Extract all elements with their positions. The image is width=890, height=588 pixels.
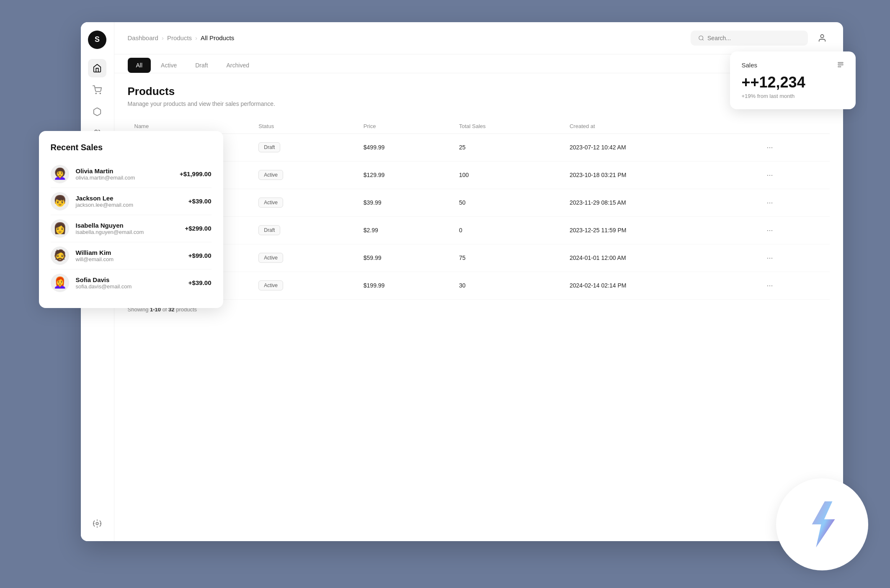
more-options-button[interactable]: ··· <box>763 280 776 292</box>
sale-name: Sofia Davis <box>76 276 182 283</box>
breadcrumb-sep-2: › <box>195 34 197 41</box>
sale-avatar: 👩‍🦱 <box>51 165 69 183</box>
breadcrumb-dashboard[interactable]: Dashboard <box>128 34 158 41</box>
sale-item: 🧔 William Kim will@email.com +$99.00 <box>51 242 212 270</box>
sale-name: Olivia Martin <box>76 167 173 175</box>
sale-email: will@email.com <box>76 256 182 262</box>
recent-sales-title: Recent Sales <box>51 143 212 152</box>
cell-created: 2024-02-14 02:14 PM <box>563 272 756 299</box>
search-input[interactable] <box>707 35 800 41</box>
tab-all[interactable]: All <box>128 58 151 73</box>
sales-change: +19% from last month <box>742 93 844 99</box>
recent-sales-list: 👩‍🦱 Olivia Martin olivia.martin@email.co… <box>51 161 212 296</box>
more-options-button[interactable]: ··· <box>763 252 776 264</box>
svg-point-1 <box>100 93 101 94</box>
page-subtitle: Manage your products and view their sale… <box>128 100 830 107</box>
sale-amount: +$39.00 <box>188 198 212 205</box>
table-row: Controller Active $59.99 75 2024-01-01 1… <box>128 244 830 272</box>
cell-sales: 30 <box>452 272 563 299</box>
cell-created: 2023-12-25 11:59 PM <box>563 216 756 244</box>
cell-status: Draft <box>252 216 356 244</box>
sale-item: 👩 Isabella Nguyen isabella.nguyen@email.… <box>51 215 212 242</box>
sale-email: isabella.nguyen@email.com <box>76 229 178 235</box>
sale-info: Jackson Lee jackson.lee@email.com <box>76 195 182 208</box>
sale-avatar: 👩 <box>51 219 69 238</box>
cell-status: Active <box>252 161 356 189</box>
more-options-button[interactable]: ··· <box>763 224 776 236</box>
cell-created: 2023-07-12 10:42 AM <box>563 134 756 161</box>
breadcrumb: Dashboard › Products › All Products <box>128 34 235 41</box>
sale-info: Olivia Martin olivia.martin@email.com <box>76 167 173 181</box>
breadcrumb-products[interactable]: Products <box>167 34 192 41</box>
tab-archived[interactable]: Archived <box>218 58 258 73</box>
sale-info: Isabella Nguyen isabella.nguyen@email.co… <box>76 222 178 235</box>
sale-amount: +$39.00 <box>188 279 212 286</box>
table-row: Premium Active $199.99 30 2024-02-14 02:… <box>128 272 830 299</box>
cell-price: $39.99 <box>357 189 452 216</box>
cell-more: ··· <box>756 189 829 216</box>
cell-price: $59.99 <box>357 244 452 272</box>
tab-active[interactable]: Active <box>152 58 185 73</box>
breadcrumb-current: All Products <box>201 34 234 41</box>
table-row: Book Draft $2.99 0 2023-12-25 11:59 PM ·… <box>128 216 830 244</box>
cell-more: ··· <box>756 272 829 299</box>
sale-avatar: 👦 <box>51 192 69 211</box>
tab-draft[interactable]: Draft <box>187 58 216 73</box>
sale-email: sofia.davis@email.com <box>76 283 182 290</box>
svg-point-3 <box>96 522 98 525</box>
app-logo[interactable]: S <box>88 31 106 49</box>
sale-email: jackson.lee@email.com <box>76 202 182 208</box>
sales-card-title: Sales <box>742 62 758 69</box>
table-row: Accessories Active $129.99 100 2023-10-1… <box>128 161 830 189</box>
col-sales: Total Sales <box>452 119 563 134</box>
sale-info: William Kim will@email.com <box>76 249 182 262</box>
user-avatar-icon[interactable] <box>815 31 830 46</box>
cell-created: 2024-01-01 12:00 AM <box>563 244 756 272</box>
sidebar-item-home[interactable] <box>88 59 106 77</box>
svg-line-5 <box>702 39 704 40</box>
cell-price: $499.99 <box>357 134 452 161</box>
search-icon <box>698 35 704 41</box>
sale-amount: +$99.00 <box>188 252 212 259</box>
cell-created: 2023-11-29 08:15 AM <box>563 189 756 216</box>
col-price: Price <box>357 119 452 134</box>
breadcrumb-sep-1: › <box>162 34 164 41</box>
sale-email: olivia.martin@email.com <box>76 175 173 181</box>
svg-rect-10 <box>838 66 841 67</box>
table-footer: Showing 1-10 of 32 products <box>128 300 830 319</box>
col-status: Status <box>252 119 356 134</box>
sale-name: Isabella Nguyen <box>76 222 178 229</box>
sidebar-item-settings[interactable] <box>88 514 106 533</box>
cell-sales: 25 <box>452 134 563 161</box>
sidebar-item-cart[interactable] <box>88 81 106 99</box>
sale-item: 👩‍🦰 Sofia Davis sofia.davis@email.com +$… <box>51 270 212 296</box>
search-bar[interactable] <box>691 31 808 46</box>
cell-sales: 0 <box>452 216 563 244</box>
sidebar-item-products[interactable] <box>88 103 106 121</box>
sale-amount: +$1,999.00 <box>180 170 212 177</box>
svg-rect-9 <box>838 64 843 65</box>
cell-more: ··· <box>756 216 829 244</box>
cell-more: ··· <box>756 134 829 161</box>
svg-point-6 <box>820 34 823 37</box>
col-actions <box>756 119 829 134</box>
lightning-bolt-icon <box>805 501 839 547</box>
lightning-circle <box>776 478 868 570</box>
more-options-button[interactable]: ··· <box>763 169 776 181</box>
products-table: Name Status Price Total Sales Created at… <box>128 119 830 300</box>
cell-status: Active <box>252 272 356 299</box>
svg-point-4 <box>699 36 703 40</box>
page-content: Products Manage your products and view t… <box>114 73 843 541</box>
cell-price: $199.99 <box>357 272 452 299</box>
header: Dashboard › Products › All Products <box>114 22 843 54</box>
cell-status: Active <box>252 189 356 216</box>
cell-created: 2023-10-18 03:21 PM <box>563 161 756 189</box>
sale-item: 👩‍🦱 Olivia Martin olivia.martin@email.co… <box>51 161 212 188</box>
cell-price: $2.99 <box>357 216 452 244</box>
more-options-button[interactable]: ··· <box>763 141 776 154</box>
sales-card-header: Sales <box>742 62 844 69</box>
sale-avatar: 👩‍🦰 <box>51 274 69 292</box>
sales-card-menu-icon[interactable] <box>837 62 844 68</box>
svg-marker-11 <box>812 501 835 547</box>
more-options-button[interactable]: ··· <box>763 197 776 209</box>
